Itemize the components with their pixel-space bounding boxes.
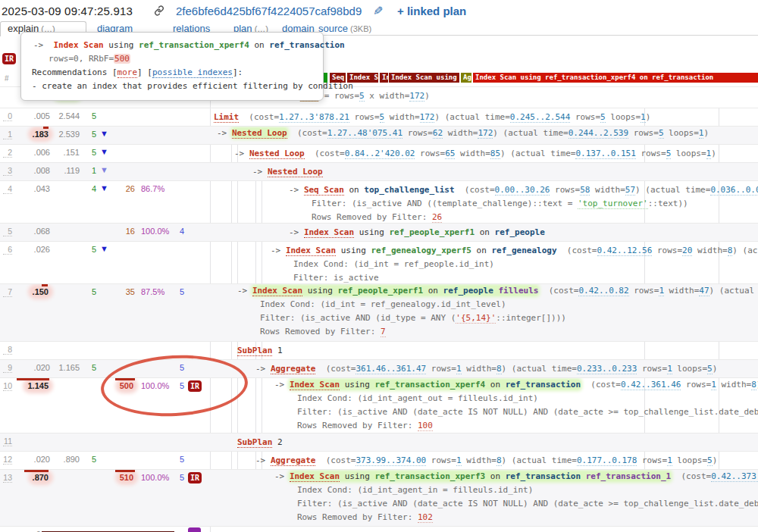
plan-row[interactable]: 13.870510100.0%5IR-> Index Scan using re…: [0, 469, 758, 526]
plan-row[interactable]: 11SubPlan 2: [0, 433, 758, 451]
plan-text-segment[interactable]: possible indexes: [152, 67, 233, 78]
plan-line: -> Index Scan using ref_transaction_xper…: [0, 378, 758, 392]
timeline-segment[interactable]: Ind: [380, 73, 388, 83]
plan-text-segment: = rows=: [319, 91, 359, 101]
plan-text-segment: ): [424, 91, 430, 101]
plan-text-segment: rows=: [426, 455, 456, 465]
plan-text-segment: ): [711, 149, 716, 158]
plan-text-segment: 361.46..361.47: [356, 364, 426, 374]
tooltip-line: - create an index that provides efficien…: [32, 80, 315, 93]
plan-text-segment: SubPlan: [237, 346, 272, 356]
plan-text-segment: Recommendations [: [32, 67, 117, 77]
plan-row[interactable]: 9.0201.16555-> Aggregate (cost=361.46..3…: [0, 359, 758, 377]
tooltip-line: Recommendations [more] [possible indexes…: [32, 66, 315, 80]
plan-text-segment: width=: [384, 112, 419, 122]
recommendation-tooltip: -> Index Scan using ref_transaction_xper…: [20, 32, 324, 101]
tab-suffix: (3KB): [348, 24, 371, 33]
plan-text-segment: ::text)): [648, 199, 688, 208]
plan-text-segment: ) (actual time=: [709, 286, 758, 296]
plan-row[interactable]: 101.145500100.0%5IR-> Index Scan using r…: [0, 377, 758, 433]
plan-text-segment: ) (actual time=: [493, 128, 568, 138]
plan-text-segment: ref_people: [443, 286, 493, 296]
plan-row[interactable]: 12.020.89055-> Aggregate (cost=373.99..3…: [0, 451, 758, 469]
plan-text-segment[interactable]: more: [117, 67, 138, 78]
plan-text-segment: rows=: [652, 246, 682, 255]
plan-text-segment: ): [713, 364, 718, 374]
plan-text-segment: using: [104, 40, 139, 50]
plan-line: -> Nested Loop (cost=0.84..2'420.02 rows…: [0, 145, 758, 161]
plan-text-segment: ref_people_xperf1: [389, 227, 475, 237]
plan-row[interactable]: 6.0265▼-> Index Scan using ref_genealogy…: [0, 241, 758, 283]
plan-text-segment: Rows Removed by Filter:: [260, 327, 381, 336]
plan-text-segment: 0.42..0.82: [578, 286, 628, 296]
plan-text-segment: on: [471, 246, 492, 255]
plan-text-segment: 58: [580, 185, 590, 196]
timeline-segment[interactable]: Index Scan using ref_peo: [389, 73, 459, 83]
linked-plan-button[interactable]: + linked plan: [397, 5, 466, 17]
ir-badge[interactable]: IR: [2, 53, 16, 64]
plan-text-segment: 0.137..0.151: [575, 149, 635, 159]
plan-line: SubPlan 2: [0, 433, 758, 449]
plan-row[interactable]: 7.15053587.5%5-> Index Scan using ref_pe…: [0, 283, 758, 341]
plan-text-segment: Rows Removed by Filter:: [297, 421, 418, 430]
plan-text-segment: Index Scan: [54, 40, 104, 50]
plan-text-segment: (cost=: [557, 246, 597, 255]
plan-text-segment: ] [: [137, 67, 152, 77]
plan-text-segment: 1.27..48'075.41: [327, 128, 402, 139]
plan-text-segment: (cost=: [538, 286, 578, 296]
plan-text-segment: 0.177..0.178: [577, 455, 637, 466]
plan-text-segment: 8: [496, 455, 502, 466]
plan-text-segment: 57: [625, 185, 635, 196]
plan-line: -> Nested Loop (cost=1.27..48'075.41 row…: [0, 127, 758, 140]
plan-text-segment: ) (actual time=: [434, 112, 509, 122]
plan-text-segment: 0.84..2'420.02: [345, 149, 415, 159]
plan-row[interactable]: 1.1832.5395▼-> Nested Loop (cost=1.27..4…: [0, 126, 758, 144]
plan-text-segment: filleuls: [498, 286, 538, 296]
plan-text-segment: 26: [432, 212, 442, 223]
edit-icon[interactable]: ✎: [373, 4, 383, 18]
plan-id-link[interactable]: 2fe6bfe6d425bf67f4224057caf98bd9: [176, 5, 362, 17]
plan-timestamp: 2025-03-09 09:47:25.913: [2, 5, 133, 17]
plan-text-segment: ->: [33, 40, 54, 50]
highlighted-node: Index Scan using ref_transaction_xperf3 …: [290, 471, 671, 481]
plan-text-segment: Aggregate: [271, 455, 316, 466]
plan-text-segment: 1: [641, 112, 646, 123]
plan-text-segment: ref_genealogy_xperf5: [371, 246, 471, 255]
plan-text-segment: ref_transaction_xperf3: [374, 471, 485, 481]
plan-text-segment: Index Cond: (id_int = ref_genealogy.id_i…: [260, 299, 506, 309]
plan-text-segment: Index Cond: (id_int_agent_out = filleuls…: [297, 393, 538, 403]
plan-text-segment: width=: [664, 286, 699, 296]
plan-text-segment: Nested Loop: [268, 167, 323, 177]
link-icon[interactable]: [154, 5, 164, 18]
plan-row[interactable]: .010: [0, 526, 758, 532]
timeline-segment[interactable]: Ag: [461, 73, 471, 83]
plan-text-segment: Filter: (is_active AND (date_acte IS NOT…: [297, 407, 758, 417]
plan-row[interactable]: 5.06816100.0%4-> Index Scan using ref_pe…: [0, 223, 758, 241]
plan-row[interactable]: 2.006.1515▼-> Nested Loop (cost=0.84..2'…: [0, 144, 758, 162]
plan-line: Filter: is_active: [0, 271, 758, 283]
plan-text-segment: ->: [289, 185, 304, 195]
plan-text-segment: ): [713, 455, 718, 465]
plan-row[interactable]: 8SubPlan 1: [0, 341, 758, 359]
plan-text-segment: using: [340, 380, 374, 390]
plan-row[interactable]: 3.008.1191▼-> Nested Loop: [0, 162, 758, 180]
plan-text-segment: ) (actual time=: [732, 246, 758, 255]
plan-text-segment: ->: [217, 128, 232, 138]
plan-text-segment: 0.00..30.26: [495, 185, 550, 196]
plan-line: Rows Removed by Filter: 102: [0, 511, 758, 524]
plan-text-segment: ref_genealogy: [491, 246, 556, 255]
tab-source[interactable]: source (3KB): [318, 23, 371, 34]
plan-text-segment: ref_transaction: [269, 40, 344, 50]
plan-text-segment: 0.244..2.539: [568, 128, 628, 139]
plan-line: Index Cond: (id_int = ref_genealogy.id_i…: [0, 298, 758, 311]
plan-text-segment: 47: [699, 286, 709, 296]
plan-text-segment: 1: [456, 455, 462, 466]
timeline-segment[interactable]: Index Scan using ref_transaction_xperf4 …: [473, 73, 758, 83]
plan-row[interactable]: 0.0052.5445Limit (cost=1.27..3'878.21 ro…: [0, 108, 758, 126]
plan-text-segment: rows=: [629, 286, 659, 296]
plan-line: Index Cond: (id_int_agent_out = filleuls…: [0, 392, 758, 405]
plan-text-segment: width=: [590, 185, 625, 195]
plan-text-segment: 0.245..2.544: [510, 112, 570, 123]
plan-line: Rows Removed by Filter: 100: [0, 419, 758, 433]
plan-row[interactable]: 4.04342686.7%▼-> Seq Scan on top_challen…: [0, 180, 758, 223]
